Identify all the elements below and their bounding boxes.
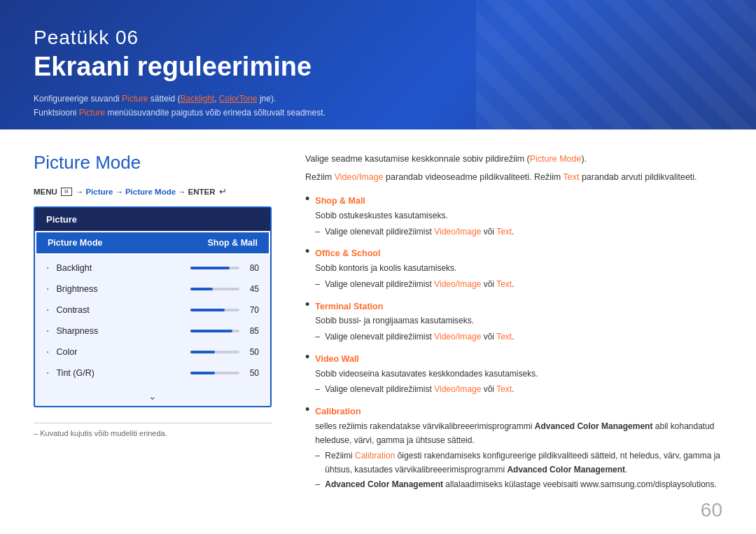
- bullet-content: Office & SchoolSobib kontoris ja koolis …: [315, 246, 514, 292]
- setting-dot: ·: [46, 283, 49, 295]
- setting-bar-container: 70: [190, 305, 259, 315]
- setting-row[interactable]: · Brightness 45: [35, 279, 270, 300]
- bullet-desc: Sobib bussi- ja rongijaamas kasutamiseks…: [315, 314, 514, 328]
- chapter-label: Peatükk 06: [34, 27, 722, 49]
- header-desc-line1: Konfigureerige suvandi Picture sätteid (…: [34, 92, 722, 106]
- bullet-dot: •: [305, 403, 309, 416]
- sub-list-item: Valige olenevalt pildirežiimist Video/Im…: [315, 383, 538, 397]
- setting-value: 70: [245, 305, 259, 315]
- setting-bar-fill: [190, 309, 225, 311]
- setting-label: Sharpness: [56, 326, 185, 336]
- picture-panel: Picture Picture Mode Shop & Mall · Backl…: [34, 206, 272, 407]
- setting-bar: [190, 372, 239, 374]
- bullet-desc: selles režiimis rakendatakse värvikalibr…: [315, 420, 722, 448]
- setting-bar-fill: [190, 267, 230, 269]
- setting-dot: ·: [46, 346, 49, 358]
- picture-settings: · Backlight 80 · Brightness 45 · Contras…: [35, 255, 270, 386]
- setting-dot: ·: [46, 262, 49, 274]
- setting-row[interactable]: · Backlight 80: [35, 258, 270, 279]
- setting-dot: ·: [46, 367, 49, 379]
- bullet-title: Shop & Mall: [315, 194, 514, 209]
- bullet-desc: Sobib ostukeskustes kasutamiseks.: [315, 209, 514, 223]
- list-item: • Terminal StationSobib bussi- ja rongij…: [305, 300, 722, 345]
- sub-list-item: Valige olenevalt pildirežiimist Video/Im…: [315, 225, 514, 239]
- left-column: Picture Mode MENU III → Picture → Pictur…: [34, 152, 272, 517]
- setting-dot: ·: [46, 325, 49, 337]
- sub-list: Valige olenevalt pildirežiimist Video/Im…: [315, 278, 514, 292]
- sub-list: Valige olenevalt pildirežiimist Video/Im…: [315, 225, 514, 239]
- enter-icon: ↵: [219, 186, 227, 197]
- chevron-down[interactable]: ⌄: [35, 386, 270, 406]
- right-intro: Valige seadme kasutamise keskkonnale sob…: [305, 152, 722, 184]
- bullet-dot: •: [305, 351, 309, 363]
- panel-footnote: – Kuvatud kujutis võib mudeliti erineda.: [34, 429, 272, 437]
- setting-label: Backlight: [56, 263, 185, 273]
- sub-list-item: Valige olenevalt pildirežiimist Video/Im…: [315, 330, 514, 344]
- bullet-title: Terminal Station: [315, 300, 514, 314]
- setting-value: 45: [245, 284, 259, 294]
- sub-list: Valige olenevalt pildirežiimist Video/Im…: [315, 330, 514, 344]
- setting-bar-fill: [190, 288, 213, 290]
- setting-bar: [190, 288, 239, 290]
- right-column: Valige seadme kasutamise keskkonnale sob…: [305, 152, 722, 517]
- intro-line1: Valige seadme kasutamise keskkonnale sob…: [305, 152, 722, 167]
- setting-value: 50: [245, 368, 259, 378]
- setting-bar: [190, 330, 239, 332]
- section-title: Picture Mode: [34, 152, 272, 174]
- bullet-content: Terminal StationSobib bussi- ja rongijaa…: [315, 300, 514, 345]
- setting-label: Color: [56, 347, 185, 357]
- bullet-title: Calibration: [315, 405, 722, 419]
- picture-mode-value: Shop & Mall: [207, 238, 258, 248]
- bullet-content: Calibrationselles režiimis rakendatakse …: [315, 405, 722, 493]
- bullet-desc: Sobib kontoris ja koolis kasutamiseks.: [315, 262, 514, 276]
- header-banner: Peatükk 06 Ekraani reguleerimine Konfigu…: [0, 0, 756, 129]
- setting-row[interactable]: · Contrast 70: [35, 300, 270, 321]
- setting-row[interactable]: · Sharpness 85: [35, 321, 270, 342]
- sub-list-item: Advanced Color Management allalaadimisek…: [315, 478, 722, 492]
- setting-dot: ·: [46, 304, 49, 316]
- setting-label: Tint (G/R): [56, 368, 185, 378]
- setting-row[interactable]: · Tint (G/R) 50: [35, 363, 270, 384]
- main-content: Picture Mode MENU III → Picture → Pictur…: [0, 129, 756, 534]
- setting-bar-fill: [190, 372, 215, 374]
- setting-row[interactable]: · Color 50: [35, 342, 270, 363]
- list-item: • Video WallSobib videoseina kasutavates…: [305, 352, 722, 398]
- menu-icon: III: [61, 188, 72, 196]
- intro-line2: Režiim Video/Image parandab videoseadme …: [305, 170, 722, 185]
- picture-mode-label: Picture Mode: [48, 238, 103, 248]
- list-item: • Calibrationselles režiimis rakendataks…: [305, 405, 722, 493]
- setting-bar-container: 85: [190, 326, 259, 336]
- page-number: 60: [701, 499, 722, 521]
- setting-bar-container: 50: [190, 368, 259, 378]
- header-description: Konfigureerige suvandi Picture sätteid (…: [34, 92, 722, 120]
- bullet-list: • Shop & MallSobib ostukeskustes kasutam…: [305, 194, 722, 492]
- page-title: Ekraani reguleerimine: [34, 52, 722, 82]
- setting-bar: [190, 267, 239, 269]
- setting-bar: [190, 309, 239, 311]
- bullet-title: Office & School: [315, 246, 514, 261]
- setting-label: Contrast: [56, 305, 185, 315]
- sub-list-item: Valige olenevalt pildirežiimist Video/Im…: [315, 278, 514, 292]
- panel-header: Picture: [35, 208, 270, 231]
- setting-bar-fill: [190, 330, 232, 332]
- bullet-dot: •: [305, 298, 309, 311]
- setting-bar-container: 80: [190, 263, 259, 273]
- picture-mode-row[interactable]: Picture Mode Shop & Mall: [35, 231, 270, 255]
- setting-bar-container: 45: [190, 284, 259, 294]
- setting-bar: [190, 351, 239, 353]
- setting-value: 80: [245, 263, 259, 273]
- list-item: • Shop & MallSobib ostukeskustes kasutam…: [305, 194, 722, 239]
- bullet-dot: •: [305, 192, 309, 205]
- setting-value: 85: [245, 326, 259, 336]
- bullet-content: Shop & MallSobib ostukeskustes kasutamis…: [315, 194, 514, 239]
- bullet-dot: •: [305, 245, 309, 258]
- panel-footer: – Kuvatud kujutis võib mudeliti erineda.: [34, 423, 272, 437]
- menu-path: MENU III → Picture → Picture Mode → ENTE…: [34, 186, 272, 197]
- sub-list-item: Režiimi Calibration õigesti rakendamisek…: [315, 449, 722, 477]
- sub-list: Valige olenevalt pildirežiimist Video/Im…: [315, 383, 538, 397]
- list-item: • Office & SchoolSobib kontoris ja kooli…: [305, 246, 722, 292]
- sub-list: Režiimi Calibration õigesti rakendamisek…: [315, 449, 722, 491]
- setting-label: Brightness: [56, 284, 185, 294]
- bullet-desc: Sobib videoseina kasutavates keskkondade…: [315, 367, 538, 381]
- bullet-content: Video WallSobib videoseina kasutavates k…: [315, 352, 538, 398]
